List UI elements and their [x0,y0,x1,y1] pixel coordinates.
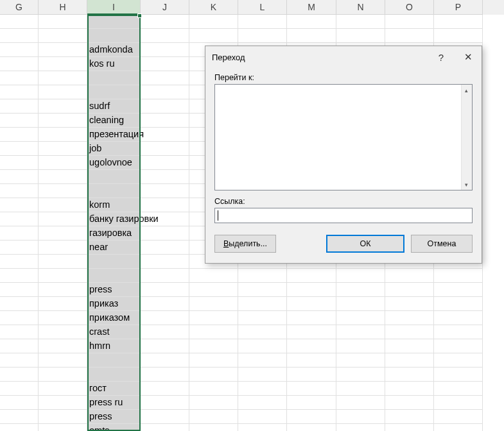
cell[interactable] [287,297,336,311]
cell[interactable] [238,368,287,382]
cell[interactable] [87,255,141,269]
ok-button[interactable]: ОК [326,235,404,253]
cell[interactable]: press [87,283,141,297]
cell[interactable] [385,396,434,410]
cell[interactable]: crast [87,325,141,339]
cell[interactable]: admkonda [87,43,141,57]
cell[interactable] [39,410,87,424]
cell[interactable] [287,269,336,283]
cell[interactable] [434,424,483,431]
cell[interactable] [141,114,189,128]
cell[interactable] [0,339,39,353]
column-header-P[interactable]: P [434,0,483,15]
cell[interactable] [238,297,287,311]
cell[interactable] [189,382,238,396]
cell[interactable] [39,311,87,325]
cell[interactable] [189,29,238,43]
cell[interactable] [0,43,39,57]
cell[interactable] [141,241,189,255]
cell[interactable] [39,184,87,198]
cell[interactable] [141,142,189,156]
cell[interactable] [287,410,336,424]
cell[interactable] [0,198,39,212]
cell[interactable] [238,269,287,283]
cell[interactable] [0,368,39,382]
cell[interactable]: korm [87,198,141,212]
cell[interactable] [0,255,39,269]
cell[interactable] [238,29,287,43]
cell[interactable] [39,71,87,85]
goto-listbox[interactable]: ▴ ▾ [214,84,473,190]
cell[interactable] [87,170,141,184]
cell[interactable] [434,353,483,368]
cell[interactable] [141,382,189,396]
cell[interactable] [141,184,189,198]
cell[interactable] [385,339,434,353]
cell[interactable] [141,99,189,114]
cell[interactable] [238,283,287,297]
cell[interactable] [39,142,87,156]
cell[interactable] [238,325,287,339]
cell[interactable] [287,283,336,297]
cell[interactable] [336,410,385,424]
cell[interactable] [189,424,238,431]
cell[interactable] [434,311,483,325]
cell[interactable] [0,283,39,297]
cell[interactable] [189,311,238,325]
cell[interactable] [39,297,87,311]
cell[interactable] [0,71,39,85]
cell[interactable]: press [87,410,141,424]
cell[interactable] [0,226,39,241]
cell[interactable] [336,283,385,297]
cell[interactable] [287,15,336,29]
cell[interactable] [238,353,287,368]
cell[interactable] [141,85,189,99]
cell[interactable] [39,241,87,255]
cell[interactable] [39,128,87,142]
cell[interactable] [189,339,238,353]
cell[interactable] [39,396,87,410]
cell[interactable] [434,396,483,410]
cell[interactable] [0,142,39,156]
cell[interactable] [141,255,189,269]
cell[interactable]: гост [87,382,141,396]
cell[interactable] [434,297,483,311]
column-header-L[interactable]: L [238,0,287,15]
scroll-up-icon[interactable]: ▴ [461,85,472,96]
cell[interactable] [287,368,336,382]
cell[interactable] [0,325,39,339]
cell[interactable]: kos ru [87,57,141,71]
cell[interactable]: ugolovnoe [87,156,141,170]
cell[interactable] [0,382,39,396]
cell[interactable] [336,382,385,396]
cell[interactable] [0,99,39,114]
cell[interactable] [385,311,434,325]
cell[interactable] [0,128,39,142]
column-header-I[interactable]: I [87,0,141,15]
cell[interactable] [336,15,385,29]
cell[interactable] [141,353,189,368]
cell[interactable] [336,297,385,311]
cell[interactable] [87,15,141,29]
cell[interactable] [141,297,189,311]
cell[interactable] [336,424,385,431]
cell[interactable] [385,283,434,297]
cell[interactable] [385,269,434,283]
cell[interactable] [39,156,87,170]
cell[interactable] [336,325,385,339]
cell[interactable] [39,212,87,226]
cell[interactable] [141,170,189,184]
cell[interactable] [87,184,141,198]
cell[interactable]: job [87,142,141,156]
close-button[interactable]: ✕ [455,47,482,67]
cell[interactable]: приказ [87,297,141,311]
cell[interactable] [0,15,39,29]
cell[interactable] [0,396,39,410]
cell[interactable] [434,339,483,353]
cell[interactable] [385,382,434,396]
highlight-button[interactable]: Выделить... [214,235,276,253]
cell[interactable] [87,353,141,368]
cell[interactable] [336,396,385,410]
cell[interactable] [39,198,87,212]
cell[interactable] [87,85,141,99]
